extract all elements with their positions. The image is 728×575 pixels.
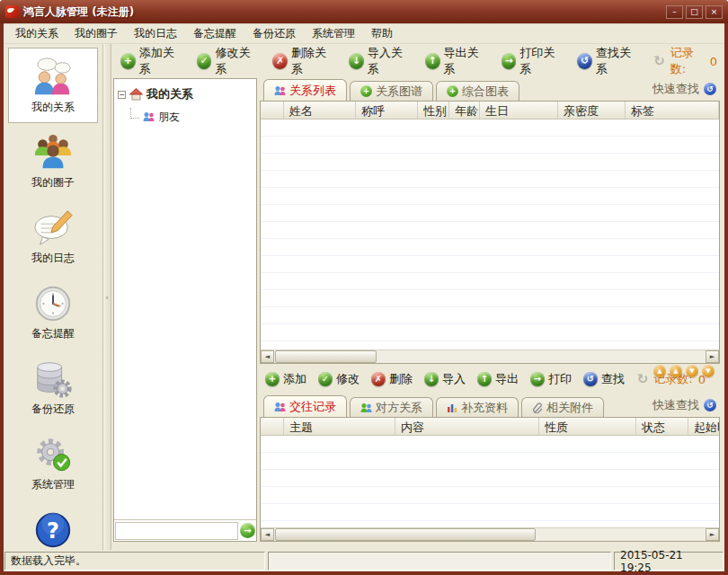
- menu-system[interactable]: 系统管理: [304, 24, 363, 43]
- relation-table-header: 姓名 称呼 性别 年龄 生日 亲密度 标签: [261, 102, 719, 119]
- relation-table: 姓名 称呼 性别 年龄 生日 亲密度 标签 ◄: [260, 101, 720, 364]
- prev-record-icon[interactable]: ▲: [670, 365, 682, 377]
- column-header-subject[interactable]: 主题: [284, 418, 395, 435]
- button-label: 修改: [336, 371, 360, 387]
- tab-attachments[interactable]: 相关附件: [521, 397, 604, 417]
- quick-search-label: 快速查找: [653, 397, 699, 413]
- delete-relation-button[interactable]: ✗ 删除关系: [272, 45, 334, 77]
- column-header-content[interactable]: 内容: [395, 418, 539, 435]
- import-relation-button[interactable]: ↓ 导入关系: [349, 45, 411, 77]
- column-header-tags[interactable]: 标签: [626, 102, 719, 119]
- status-datetime: 2015-05-21 19:25: [614, 552, 724, 571]
- search-icon: ↺: [583, 372, 598, 386]
- detail-table-hscrollbar[interactable]: ◄ ►: [261, 527, 719, 541]
- menu-backup-restore[interactable]: 备份还原: [244, 24, 304, 43]
- add-button[interactable]: + 添加: [265, 371, 306, 387]
- sidebar-item-backup-restore[interactable]: 备份还原: [8, 349, 98, 425]
- tab-summary-chart[interactable]: + 综合图表: [436, 81, 519, 101]
- export-button[interactable]: ↑ 导出: [477, 371, 519, 387]
- delete-icon: ✗: [371, 372, 386, 386]
- sidebar-item-label: 备忘提醒: [31, 326, 75, 341]
- column-header-nickname[interactable]: 称呼: [356, 102, 418, 119]
- maximize-button[interactable]: □: [686, 5, 703, 19]
- delete-button[interactable]: ✗ 删除: [371, 371, 413, 387]
- sidebar-item-system[interactable]: 系统管理: [8, 425, 98, 500]
- print-relation-button[interactable]: → 打印关系: [502, 45, 564, 77]
- column-header[interactable]: [261, 418, 284, 435]
- scrollbar-thumb[interactable]: [275, 350, 377, 363]
- tab-relation-graph[interactable]: + 关系图谱: [350, 81, 433, 101]
- export-icon: ↑: [425, 53, 440, 69]
- add-relation-button[interactable]: + 添加关系: [120, 45, 182, 77]
- scroll-left-icon[interactable]: ◄: [261, 350, 274, 363]
- column-header-gender[interactable]: 性别: [418, 102, 449, 119]
- first-record-icon[interactable]: ▲: [653, 365, 666, 377]
- relation-table-body[interactable]: [261, 119, 719, 349]
- tree-node-my-relations[interactable]: − 我的关系: [118, 86, 253, 102]
- edit-relation-button[interactable]: ✓ 修改关系: [197, 45, 259, 77]
- import-button[interactable]: ↓ 导入: [424, 371, 466, 387]
- tree-connector: [130, 108, 139, 119]
- print-button[interactable]: → 打印: [530, 371, 572, 387]
- column-header-name[interactable]: 姓名: [284, 102, 356, 119]
- column-header-start-time[interactable]: 起始时间: [688, 418, 720, 435]
- scroll-right-icon[interactable]: ►: [706, 350, 719, 363]
- search-button[interactable]: ↺ 查找: [583, 371, 625, 387]
- refresh-icon[interactable]: ↻: [637, 371, 649, 387]
- tab-extra-info[interactable]: 补充资料: [436, 397, 519, 417]
- button-label: 打印关系: [519, 45, 563, 77]
- tree-node-friends[interactable]: 朋友: [130, 108, 253, 126]
- tab-their-relations[interactable]: 对方关系: [350, 397, 433, 417]
- help-question-icon: ?: [32, 509, 74, 551]
- menu-reminders[interactable]: 备忘提醒: [185, 24, 244, 43]
- people-icon: [274, 402, 286, 412]
- export-relation-button[interactable]: ↑ 导出关系: [425, 45, 487, 77]
- tree-search-input[interactable]: [115, 522, 238, 540]
- column-header-age[interactable]: 年龄: [449, 102, 480, 119]
- scroll-left-icon[interactable]: ◄: [261, 528, 274, 541]
- column-header-status[interactable]: 状态: [636, 418, 688, 435]
- scrollbar-thumb[interactable]: [275, 528, 536, 541]
- paperclip-icon: [532, 402, 543, 413]
- sidebar-item-my-journal[interactable]: 我的日志: [8, 199, 98, 274]
- quick-search[interactable]: 快速查找 ↺: [653, 81, 720, 101]
- search-relation-button[interactable]: ↺ 查找关系: [577, 45, 639, 77]
- refresh-icon[interactable]: ↻: [653, 53, 665, 69]
- menu-my-relations[interactable]: 我的关系: [7, 24, 67, 43]
- next-record-icon[interactable]: ▼: [686, 365, 698, 377]
- column-header-intimacy[interactable]: 亲密度: [558, 102, 626, 119]
- sidebar-item-help[interactable]: ? 使用帮助: [8, 500, 98, 550]
- relation-table-hscrollbar[interactable]: ◄ ►: [261, 349, 719, 363]
- main-toolbar: + 添加关系 ✓ 修改关系 ✗ 删除关系 ↓ 导入关系: [111, 44, 724, 78]
- sidebar-item-my-relations[interactable]: 我的关系: [8, 48, 98, 123]
- sidebar-collapse-handle[interactable]: ‹: [103, 44, 111, 550]
- quick-search-label: 快速查找: [653, 81, 699, 97]
- scroll-right-icon[interactable]: ►: [706, 528, 719, 541]
- sidebar-item-reminders[interactable]: 备忘提醒: [8, 274, 98, 349]
- column-header[interactable]: [261, 102, 284, 119]
- tree-expander-icon[interactable]: −: [118, 91, 126, 99]
- button-label: 导入: [442, 371, 466, 387]
- menu-help[interactable]: 帮助: [363, 24, 401, 43]
- people-icon: [360, 402, 372, 413]
- tab-interaction-records[interactable]: 交往记录: [263, 395, 347, 417]
- menu-my-journal[interactable]: 我的日志: [126, 24, 185, 43]
- quick-search[interactable]: 快速查找 ↺: [653, 397, 720, 417]
- minimize-button[interactable]: –: [666, 5, 683, 19]
- close-button[interactable]: ×: [706, 5, 723, 19]
- column-header-birthday[interactable]: 生日: [480, 102, 558, 119]
- sidebar-item-my-circles[interactable]: 我的圈子: [8, 123, 98, 199]
- tree-search-go-icon[interactable]: →: [240, 523, 255, 538]
- detail-table: 主题 内容 性质 状态 起始时间 ◄ ►: [260, 417, 720, 542]
- status-message: 数据载入完毕。: [4, 552, 265, 571]
- column-header-nature[interactable]: 性质: [539, 418, 636, 435]
- edit-button[interactable]: ✓ 修改: [318, 371, 360, 387]
- chart-circle-icon: +: [447, 85, 458, 97]
- last-record-icon[interactable]: ▼: [702, 365, 715, 377]
- menu-my-circles[interactable]: 我的圈子: [67, 24, 126, 43]
- relation-tabs: 关系列表 + 关系图谱 + 综合图表 快速查找: [260, 78, 720, 101]
- add-icon: +: [265, 372, 280, 386]
- detail-table-body[interactable]: [261, 436, 719, 527]
- tab-relation-list[interactable]: 关系列表: [263, 79, 347, 101]
- detail-toolbar: + 添加 ✓ 修改 ✗ 删除: [260, 364, 720, 394]
